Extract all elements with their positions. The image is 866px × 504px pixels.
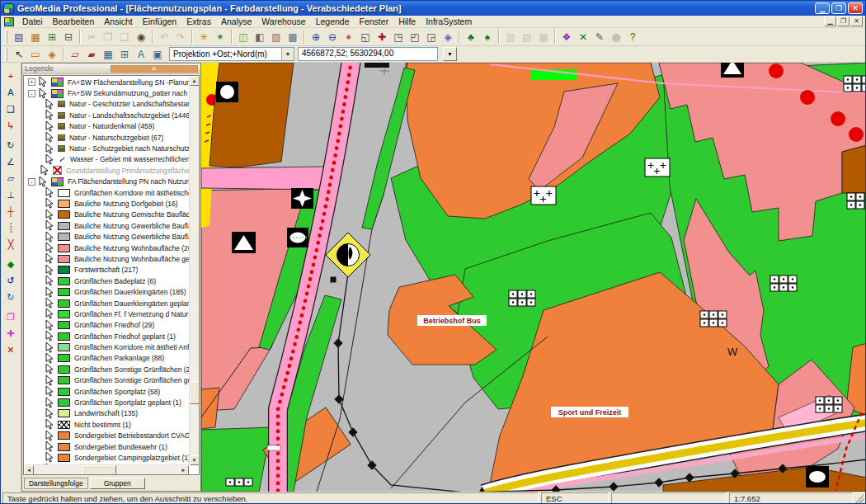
toolbar-grip[interactable] bbox=[5, 48, 7, 61]
tab-gruppen[interactable]: Gruppen bbox=[90, 478, 145, 489]
extend-trim-button[interactable]: ┼ bbox=[2, 203, 19, 219]
menu-fenster[interactable]: Fenster bbox=[355, 16, 394, 27]
legend-item[interactable]: -FA+SW Sekundärnutzung_patter nach Nutzu… bbox=[24, 87, 189, 98]
menu-ansicht[interactable]: Ansicht bbox=[99, 16, 137, 27]
legend-item[interactable]: Bauliche Nutzung Wohnbaufläche (263) bbox=[24, 243, 189, 253]
insert-interactive-button[interactable]: ⊞ bbox=[116, 46, 133, 62]
menu-bearbeiten[interactable]: Bearbeiten bbox=[48, 16, 100, 27]
legend-item[interactable]: Forstwirtschaft (217) bbox=[24, 265, 189, 276]
capture-image-button[interactable]: ◉ bbox=[133, 29, 149, 45]
rotate-feature-button[interactable]: ↻ bbox=[2, 137, 19, 153]
projection-combobox[interactable]: Projektion +Ost;+Nord(m) ▼ bbox=[169, 47, 294, 61]
menu-einfügen[interactable]: Einfügen bbox=[138, 16, 181, 27]
legend-item[interactable]: Grünflächen Dauerkleingärten geplant (5) bbox=[24, 298, 189, 309]
insert-image-button[interactable]: ▣ bbox=[149, 46, 166, 62]
legend-item[interactable]: Grünflächen Fl. f Vernetzung d Natur-u L… bbox=[24, 309, 189, 319]
legend-item[interactable]: Sondergebiet Bundeswehr (1) bbox=[24, 441, 189, 452]
legend-item[interactable]: Natur - Landschaftsschutzgebiet (1446) bbox=[24, 110, 189, 120]
minimize-button[interactable]: ▁ bbox=[815, 2, 830, 14]
legend-item[interactable]: Bauliche Nutzung Dorfgebiet (16) bbox=[24, 198, 189, 209]
refresh-view-button[interactable]: ↻ bbox=[2, 289, 19, 305]
overview-window-button[interactable]: ◰ bbox=[407, 29, 423, 45]
legend-item[interactable]: Sondergebiet Betriebsstandort CVAG gepla… bbox=[24, 431, 189, 441]
queued-edit-button[interactable]: ✳ bbox=[195, 29, 212, 45]
scroll-left-icon[interactable]: ◄ bbox=[24, 465, 34, 475]
legend-item[interactable]: Grunddarstellung Primärnutzungsflächen bbox=[24, 165, 189, 176]
legend-vertical-scrollbar[interactable]: ▲ ▼ bbox=[189, 76, 199, 465]
menu-warehouse[interactable]: Warehouse bbox=[257, 16, 310, 27]
legend-item[interactable]: Grünflächen Sonstige Grünflächen geplant… bbox=[24, 375, 189, 386]
tree-expander-icon[interactable]: + bbox=[28, 78, 35, 86]
legend-item[interactable]: Bauliche Nutzung Wohnbaufläche geplant (… bbox=[24, 253, 189, 264]
select-tool-button[interactable]: ↖ bbox=[11, 46, 27, 62]
legend-item[interactable]: +FA+SW Flächendarstellung SN -Planung- n… bbox=[24, 77, 189, 87]
maximize-button[interactable]: ❐ bbox=[831, 2, 846, 14]
resize-grip[interactable] bbox=[855, 492, 864, 504]
legend-item[interactable]: Grünflächen Badeplatz (6) bbox=[24, 276, 189, 286]
thematic-display-button[interactable]: ▩ bbox=[285, 29, 301, 45]
insert-area-button[interactable]: ▰ bbox=[83, 46, 100, 62]
legend-item[interactable]: Bauliche Nutzung Gewerbliche Baufläche (… bbox=[24, 220, 189, 231]
menu-extras[interactable]: Extras bbox=[181, 16, 216, 27]
pick-tool-button[interactable]: ◎ bbox=[608, 29, 624, 45]
zoom-selected-button[interactable]: ⌖ bbox=[341, 29, 357, 45]
select-by-fence-button[interactable]: ◈ bbox=[440, 29, 456, 45]
attribute-query-button[interactable]: ◫ bbox=[235, 29, 252, 45]
fit-view-button[interactable]: ◱ bbox=[357, 29, 374, 45]
legend-item[interactable]: Grünflächen Sportplatz (58) bbox=[24, 386, 189, 397]
measure-angle-button[interactable]: ∠ bbox=[2, 153, 19, 170]
menu-hilfe[interactable]: Hilfe bbox=[393, 16, 421, 27]
menu-infrasystem[interactable]: InfraSystem bbox=[421, 16, 477, 27]
digitize-point-button[interactable]: + bbox=[2, 68, 19, 84]
smartsnap-button[interactable]: ✴ bbox=[212, 29, 228, 45]
insert-leader-button[interactable]: ↳ bbox=[2, 117, 19, 134]
insert-text-button[interactable]: A bbox=[2, 84, 19, 101]
legend-horizontal-scrollbar[interactable]: ◄ ► bbox=[24, 464, 189, 474]
select-graphics-button[interactable]: ▭ bbox=[27, 46, 44, 62]
legend-item[interactable]: Natur - Naturschutzgebiet (67) bbox=[24, 132, 189, 143]
menu-analyse[interactable]: Analyse bbox=[216, 16, 257, 27]
mdi-minimize-button[interactable]: ▁ bbox=[824, 16, 836, 26]
legend-item[interactable]: -FA Flächendarstellung PN nach Nutzungsa… bbox=[24, 177, 189, 187]
legend-item[interactable]: Grünflächen Sportplatz geplant (1) bbox=[24, 397, 189, 407]
legend-item[interactable]: Natur - Schutzgebiet nach Naturschutzrec… bbox=[24, 143, 189, 153]
zoom-out-button[interactable]: ⊖ bbox=[324, 29, 341, 45]
join-query-button[interactable]: ◧ bbox=[252, 29, 268, 45]
legend-item[interactable]: Landwirtschaft (135) bbox=[24, 408, 189, 419]
map-canvas[interactable]: Betriebshof Bus Sport und Freizeit W bbox=[201, 63, 865, 492]
legend-item[interactable]: Grünflächen Korridore mit ästheti Anford… bbox=[24, 341, 189, 352]
legend-item[interactable]: Grünflächen Friedhof (29) bbox=[24, 320, 189, 331]
undo-button[interactable]: ↶ bbox=[156, 29, 172, 45]
legend-wizard-button[interactable]: ♠ bbox=[479, 29, 496, 45]
legend-item[interactable]: Grünflächen Friedhof geplant (1) bbox=[24, 331, 189, 341]
legend-item[interactable]: Grünflächen Korridore mit ästhetischen A… bbox=[24, 187, 189, 198]
scroll-up-icon[interactable]: ▲ bbox=[190, 76, 200, 86]
feature-categories-button[interactable]: ❖ bbox=[558, 29, 575, 45]
legend-item[interactable]: Grünflächen Parkanlage (88) bbox=[24, 353, 189, 364]
insert-feature-button[interactable]: ▱ bbox=[67, 46, 83, 62]
chevron-down-icon[interactable]: ▼ bbox=[281, 48, 294, 60]
coordinate-dropdown-button[interactable]: ▼ bbox=[443, 47, 457, 61]
horizontal-scro​ll-thumb[interactable] bbox=[82, 465, 116, 475]
insert-vertex-button[interactable]: ◆ bbox=[2, 256, 19, 272]
plot-layout-button[interactable]: ▦ bbox=[535, 29, 552, 45]
tab-darstellungsfolge[interactable]: Darstellungsfolge bbox=[24, 478, 88, 489]
menu-legende[interactable]: Legende bbox=[311, 16, 355, 27]
print-button[interactable]: ⊟ bbox=[60, 29, 77, 45]
map-view[interactable]: Betriebshof Bus Sport und Freizeit W bbox=[201, 63, 865, 492]
vertical-scroll-thumb[interactable] bbox=[190, 381, 200, 404]
legend-title-bar[interactable]: Legende ✕ bbox=[22, 64, 200, 74]
toolbar-grip[interactable] bbox=[5, 31, 7, 44]
zoom-in-button[interactable]: ⊕ bbox=[308, 29, 324, 45]
legend-item[interactable]: Natur - Geschützter Landschaftsbestand (… bbox=[24, 99, 189, 110]
copy-parallel-button[interactable]: ❐ bbox=[2, 309, 19, 325]
legend-close-icon[interactable]: ✕ bbox=[111, 65, 198, 73]
coordinate-input[interactable]: 4566872,52; 5630294,00 bbox=[298, 47, 438, 61]
legend-item[interactable]: Nicht bestimmt (1) bbox=[24, 419, 189, 430]
break-line-button[interactable]: ╳ bbox=[2, 236, 19, 252]
tree-expander-icon[interactable]: - bbox=[28, 178, 35, 186]
update-attributes-button[interactable]: ▦ bbox=[100, 46, 116, 62]
perpendicular-mode-button[interactable]: ⊥ bbox=[2, 186, 19, 203]
pan-view-button[interactable]: ✚ bbox=[374, 29, 390, 45]
legend-item[interactable]: Natur - Naturdenkmal (459) bbox=[24, 121, 189, 132]
